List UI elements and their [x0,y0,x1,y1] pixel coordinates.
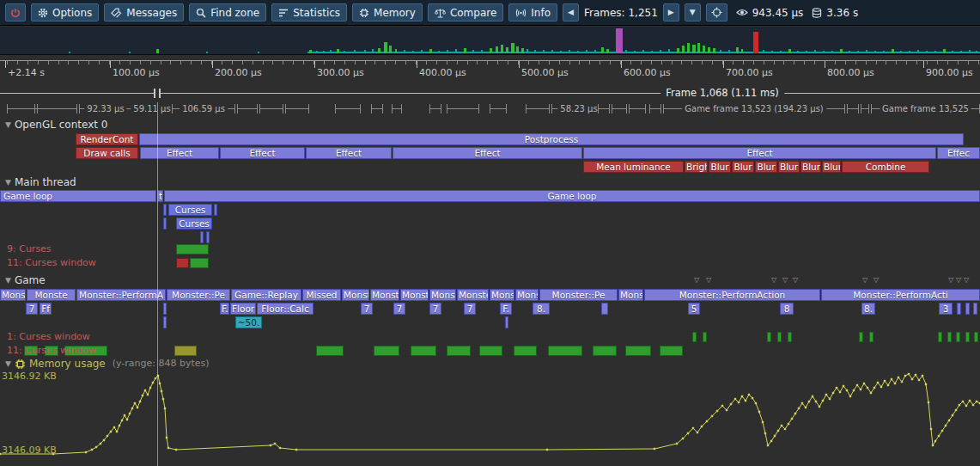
frame-marker[interactable]: Game frame 13,525 [871,102,980,115]
zone[interactable]: Effect [140,147,219,159]
frame-marker[interactable]: Game frame 13,523 (194.23 µs) [663,102,845,115]
zone[interactable]: 7 [361,303,373,315]
zone[interactable]: Monst [400,289,429,301]
lock-plot-bar[interactable] [965,332,970,342]
zone[interactable]: Curses [176,218,212,230]
zone[interactable]: Blur [800,161,821,173]
section-header-game[interactable]: ▼Game [5,274,46,286]
frame-time-bar[interactable] [976,51,977,53]
frame-time-bar[interactable] [682,46,685,53]
lock-plot-bar[interactable] [777,332,782,342]
frame-time-bar[interactable] [511,43,514,53]
frame-marker[interactable] [598,102,610,115]
lock-plot-bar[interactable] [176,258,189,268]
section-header-memory[interactable]: ▼Memory usage(y-range: 848 bytes) [5,358,210,370]
frame-time-bar[interactable] [849,51,850,53]
frame-time-bar[interactable] [364,50,366,53]
collapsed-zone-marker-icon[interactable]: ▽ [706,277,711,284]
memory-button[interactable]: Memory [352,3,423,21]
zone[interactable]: Effect [306,147,392,159]
frame-time-bar[interactable] [337,49,339,53]
collapsed-zone-marker-icon[interactable]: ▽ [948,277,953,284]
frame-marker[interactable] [335,102,361,115]
lock-plot-bar[interactable] [859,332,863,342]
frame-time-bar[interactable] [258,52,259,53]
frame-time-bar[interactable] [840,49,843,53]
frame-marker[interactable] [447,102,479,115]
zone[interactable]: Mons [618,289,643,301]
zone[interactable]: ti [157,190,163,202]
frame-time-bar[interactable] [490,48,492,53]
frame-marker[interactable] [861,102,869,115]
frame-marker[interactable] [285,102,309,115]
zone[interactable]: F. [220,303,229,315]
zone[interactable]: Ff [40,303,52,315]
zone[interactable]: Mons [515,289,539,301]
frame-time-bar[interactable] [736,47,739,53]
frame-marker[interactable] [429,102,441,115]
zone[interactable]: Effect [220,147,305,159]
frame-time-bar[interactable] [909,51,910,53]
frame-marker[interactable] [847,102,859,115]
zone[interactable] [200,231,204,243]
frame-time-bar[interactable] [527,49,528,53]
lock-plot-bar[interactable] [703,332,707,342]
zone[interactable]: 7 [429,303,441,315]
frame-time-bar[interactable] [651,51,653,53]
frame-time-bar[interactable] [780,51,782,53]
zone[interactable]: Monsti [429,289,456,301]
zone[interactable]: Blur [732,161,754,173]
frame-time-bar[interactable] [634,51,636,53]
lock-plot-bar[interactable] [447,346,471,356]
frame-time-bar[interactable] [501,45,503,53]
collapsed-zone-marker-icon[interactable]: ▽ [793,277,798,284]
frame-time-bar[interactable] [720,50,721,53]
frame-time-bar[interactable] [577,51,579,53]
frame-time-bar[interactable] [395,49,397,53]
lock-plot-bar[interactable] [660,346,683,356]
prev-frame-button[interactable]: ◀ [563,3,579,21]
zone[interactable] [214,204,217,216]
collapsed-zone-marker-icon[interactable]: ▽ [782,277,788,284]
frame-time-bar[interactable] [660,50,661,53]
zone[interactable]: Game loop [164,190,980,202]
frame-time-bar[interactable] [534,50,536,53]
frame-time-bar[interactable] [687,43,690,53]
zone[interactable]: Monster::Pe [539,289,618,301]
frame-time-bar[interactable] [516,46,519,53]
frame-time-bar[interactable] [472,50,474,53]
zone[interactable]: Blur [755,161,777,173]
zone[interactable]: RenderCont [76,133,138,145]
zone[interactable] [163,303,167,315]
frame-marker[interactable] [7,102,38,115]
frame-time-bar[interactable] [960,51,962,53]
zone[interactable]: 7 [464,303,476,315]
frame-time-bar[interactable] [421,50,423,53]
zone[interactable]: Game loop [0,190,156,202]
frame-time-bar[interactable] [763,50,764,53]
frame-time-bar[interactable] [892,49,894,53]
frame-time-bar[interactable] [560,51,562,53]
frame-time-bar[interactable] [900,51,902,53]
zone[interactable]: 8. [861,303,875,315]
frame-marker[interactable] [392,102,402,115]
frame-marker[interactable] [237,102,258,115]
frame-time-bar[interactable] [569,50,570,53]
frame-time-bar[interactable] [883,51,885,53]
frame-marker[interactable] [649,102,661,115]
frame-time-bar[interactable] [788,49,791,53]
zone[interactable] [163,218,167,230]
frame-time-bar[interactable] [697,43,700,53]
collapse-triangle-icon[interactable]: ▼ [5,274,11,286]
zone[interactable]: 3 [939,303,953,315]
frame-time-bar[interactable] [543,50,545,53]
frame-time-bar[interactable] [378,48,380,53]
collapsed-zone-marker-icon[interactable]: ▽ [694,277,699,284]
zone[interactable] [163,204,167,216]
zone[interactable]: Monste [0,289,26,301]
frame-time-bar[interactable] [354,50,356,53]
frame-marker[interactable] [526,102,550,115]
frame-time-bar[interactable] [447,50,448,53]
frame-marker[interactable]: 58.23 µs [562,102,596,115]
zone[interactable]: Monster::PerformAction [644,289,820,301]
